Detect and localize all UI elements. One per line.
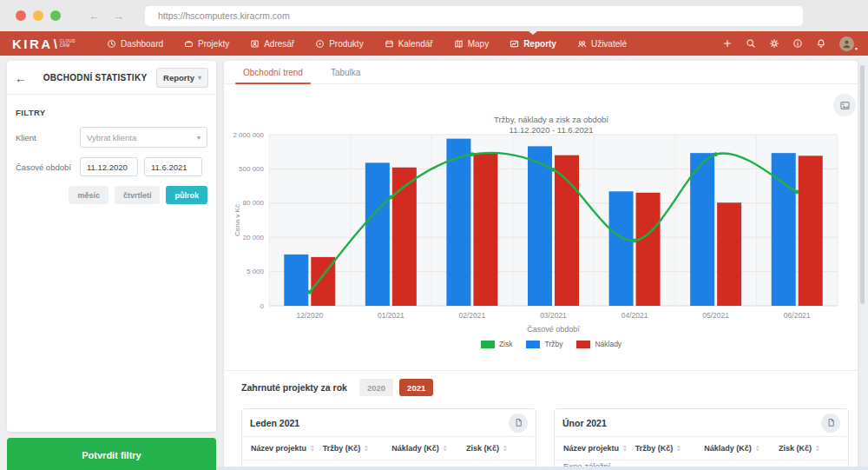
column-header-0[interactable]: Název projektu [563, 444, 635, 453]
column-header-3[interactable]: Zisk (Kč) [466, 444, 527, 453]
close-window-button[interactable] [16, 10, 26, 21]
bar [528, 146, 552, 306]
maximize-window-button[interactable] [50, 10, 61, 21]
user-avatar-menu[interactable]: ▾ [839, 36, 858, 51]
nav-item-projekty[interactable]: Projekty [184, 31, 229, 56]
chevron-down-icon: ▾ [198, 74, 201, 82]
browser-back-icon[interactable]: ← [89, 10, 100, 23]
year-button-2021[interactable]: 2021 [399, 379, 433, 396]
page-title: OBCHODNÍ STATISTIKY [34, 73, 156, 83]
date-from-input[interactable] [80, 157, 138, 176]
y-tick-label: 20 000 [243, 234, 265, 242]
period-button-0[interactable]: měsíc [69, 186, 108, 204]
reporty-icon [510, 39, 519, 49]
clipped-row-highlight [217, 467, 868, 470]
column-label: Zisk (Kč) [779, 444, 812, 453]
legend-item-zisk[interactable]: Zisk [481, 340, 513, 348]
zisk-point [795, 190, 799, 195]
nav-item-reporty[interactable]: Reporty [510, 31, 556, 56]
browser-forward-icon[interactable]: → [113, 10, 124, 23]
column-header-3[interactable]: Zisk (Kč) [779, 444, 839, 453]
bar [446, 139, 470, 306]
tab-1[interactable]: Tabulka [329, 61, 362, 83]
settings-button[interactable] [769, 38, 779, 49]
logo-slash: \ [54, 36, 57, 51]
info-icon [792, 38, 803, 49]
card-title: Leden 2021 [250, 418, 299, 428]
uzivatele-icon [577, 39, 587, 49]
nav-item-produkty[interactable]: Produkty [315, 31, 363, 56]
legend-swatch [576, 341, 590, 348]
nav-item-dashboard[interactable]: Dashboard [107, 31, 163, 56]
legend-label: Tržby [544, 340, 562, 348]
browser-nav-arrows: ← → [89, 10, 124, 23]
card-header: Leden 2021 [242, 409, 536, 437]
table-export-button[interactable] [509, 414, 528, 433]
add-button[interactable] [722, 38, 733, 49]
sort-icon [364, 445, 369, 452]
bar [284, 255, 308, 306]
minimize-window-button[interactable] [33, 10, 43, 21]
sort-icon [815, 445, 820, 452]
avatar [839, 36, 854, 51]
column-header-2[interactable]: Náklady (Kč) [391, 444, 466, 453]
column-label: Zisk (Kč) [466, 444, 499, 453]
client-select[interactable]: Vybrat klienta ▾ [80, 127, 207, 148]
year-button-2020[interactable]: 2020 [359, 379, 393, 396]
period-filter-row: Časové období [16, 157, 207, 176]
info-button[interactable] [792, 38, 803, 49]
nav-menu: DashboardProjektyAdresářProduktyKalendář… [107, 31, 627, 56]
back-button[interactable]: ← [15, 71, 34, 85]
notifications-button[interactable] [816, 38, 826, 49]
chart-title-line1: Tržby, náklady a zisk za období [234, 115, 868, 125]
legend-item-tržby[interactable]: Tržby [526, 340, 562, 348]
y-tick-label: 5 000 [247, 268, 265, 275]
zisk-point [551, 168, 556, 172]
sort-icon [310, 445, 315, 452]
x-tick-label: 05/2021 [702, 311, 729, 320]
chart-export-button[interactable] [833, 94, 856, 116]
y-tick-label: 2 000 000 [233, 131, 264, 139]
column-header-1[interactable]: Tržby (Kč) [323, 444, 392, 453]
nav-item-kalendar[interactable]: Kalendář [385, 31, 433, 56]
bar [365, 162, 390, 306]
search-icon [746, 38, 756, 49]
tab-0[interactable]: Obchodní trend [241, 61, 305, 83]
x-tick-label: 04/2021 [621, 311, 648, 320]
zisk-point [470, 152, 475, 156]
kira-logo[interactable]: KIRA \ CLOUD CRM [12, 36, 76, 51]
nav-item-uzivatele[interactable]: Uživatelé [577, 31, 627, 56]
column-header-2[interactable]: Náklady (Kč) [704, 444, 779, 453]
nav-item-label: Reporty [523, 39, 556, 49]
reports-dropdown-button[interactable]: Reporty ▾ [156, 68, 208, 88]
legend-swatch [526, 341, 540, 348]
file-icon [514, 418, 523, 427]
adresar-icon [250, 39, 260, 49]
trend-chart: 05 00020 00080 000500 0002 000 00012/202… [224, 129, 858, 337]
plus-icon [722, 38, 733, 49]
file-icon [826, 418, 836, 427]
period-button-1[interactable]: čtvrtletí [115, 186, 161, 204]
nav-item-mapy[interactable]: Mapy [454, 31, 489, 56]
table-export-button[interactable] [821, 414, 840, 433]
legend-item-náklady[interactable]: Náklady [576, 340, 621, 348]
y-tick-label: 80 000 [243, 199, 265, 207]
legend-label: Náklady [595, 340, 621, 348]
y-axis-title: Cena v Kč [233, 204, 241, 236]
logo-text: KIRA [12, 36, 53, 51]
month-table-card-1: Únor 2021Název projektuTržby (Kč)Náklady… [554, 408, 849, 470]
period-button-2[interactable]: půlrok [166, 186, 207, 204]
search-button[interactable] [746, 38, 756, 49]
confirm-filters-button[interactable]: Potvrdit filtry [7, 438, 216, 470]
dashboard-icon [107, 39, 116, 49]
column-header-1[interactable]: Tržby (Kč) [635, 444, 705, 453]
column-header-0[interactable]: Název projektu [251, 444, 323, 453]
nav-item-adresar[interactable]: Adresář [250, 31, 294, 56]
nav-right-icons: ▾ [722, 36, 858, 51]
window-controls [16, 10, 61, 21]
sidebar-header: ← OBCHODNÍ STATISTIKY Reporty ▾ [7, 61, 216, 94]
url-input[interactable] [145, 6, 803, 26]
zisk-point [307, 290, 312, 295]
date-to-input[interactable] [144, 157, 202, 176]
vertical-scrollbar[interactable] [860, 65, 865, 304]
